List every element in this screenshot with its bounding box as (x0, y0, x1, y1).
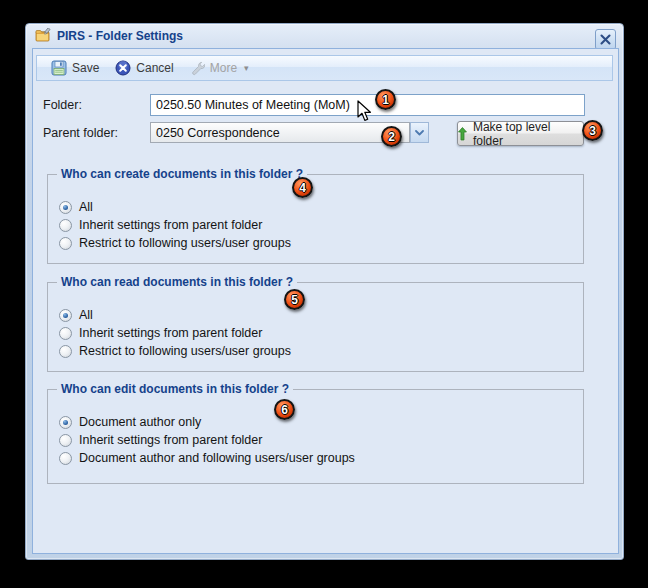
make-top-level-folder-button[interactable]: Make top level folder (457, 121, 584, 146)
radio-label[interactable]: Document author and following users/user… (79, 451, 355, 465)
annotation-marker-3: 3 (582, 120, 603, 141)
mouse-cursor (357, 100, 373, 127)
radio-button[interactable] (59, 452, 72, 465)
read-permissions-options: All Inherit settings from parent folder … (48, 283, 583, 360)
edit-permissions-options: Document author only Inherit settings fr… (48, 390, 583, 467)
blue-circle-x-icon (115, 60, 131, 76)
annotation-marker-4: 4 (292, 177, 313, 198)
more-label: More (210, 61, 237, 75)
floppy-disk-icon (51, 60, 67, 76)
radio-button[interactable] (59, 237, 72, 250)
annotation-marker-2: 2 (381, 126, 402, 147)
x-icon (600, 34, 611, 45)
green-up-arrow-icon (458, 127, 467, 141)
radio-option[interactable]: Inherit settings from parent folder (59, 431, 583, 449)
radio-option[interactable]: Document author only (59, 413, 583, 431)
parent-folder-dropdown-trigger[interactable] (410, 122, 429, 143)
make-top-level-folder-label: Make top level folder (473, 120, 583, 148)
radio-option[interactable]: Restrict to following users/user groups (59, 234, 583, 252)
radio-button[interactable] (59, 219, 72, 232)
folder-label: Folder: (43, 98, 82, 112)
parent-folder-label: Parent folder: (43, 126, 118, 140)
dialog-body: Save Cancel More ▾ Folder: Parent folder… (32, 48, 619, 554)
folder-settings-dialog: PIRS - Folder Settings Save (25, 23, 624, 560)
window-title: PIRS - Folder Settings (57, 29, 183, 43)
radio-option[interactable]: All (59, 306, 583, 324)
close-button[interactable] (595, 29, 616, 50)
radio-label[interactable]: Document author only (79, 415, 201, 429)
cancel-button[interactable]: Cancel (108, 58, 180, 78)
radio-button[interactable] (59, 434, 72, 447)
read-permissions-legend: Who can read documents in this folder ? (57, 275, 297, 289)
radio-button[interactable] (59, 416, 72, 429)
more-button[interactable]: More ▾ (183, 59, 256, 78)
edit-permissions-legend: Who can edit documents in this folder ? (57, 382, 293, 396)
create-permissions-group: Who can create documents in this folder … (47, 174, 584, 264)
save-label: Save (72, 61, 99, 75)
radio-label[interactable]: Inherit settings from parent folder (79, 433, 262, 447)
titlebar: PIRS - Folder Settings (26, 24, 623, 48)
radio-label[interactable]: Inherit settings from parent folder (79, 218, 262, 232)
chevron-down-icon: ▾ (244, 64, 249, 73)
create-permissions-options: All Inherit settings from parent folder … (48, 175, 583, 252)
radio-label[interactable]: Restrict to following users/user groups (79, 344, 291, 358)
create-permissions-legend: Who can create documents in this folder … (57, 167, 307, 181)
radio-option[interactable]: All (59, 198, 583, 216)
cancel-label: Cancel (136, 61, 173, 75)
radio-label[interactable]: Inherit settings from parent folder (79, 326, 262, 340)
annotation-marker-5: 5 (284, 289, 305, 310)
save-button[interactable]: Save (44, 58, 106, 78)
wrench-icon (190, 61, 205, 76)
radio-option[interactable]: Inherit settings from parent folder (59, 324, 583, 342)
edit-permissions-group: Who can edit documents in this folder ? … (47, 389, 584, 484)
radio-button[interactable] (59, 201, 72, 214)
radio-option[interactable]: Document author and following users/user… (59, 449, 583, 467)
radio-label[interactable]: All (79, 200, 93, 214)
radio-button[interactable] (59, 327, 72, 340)
toolbar: Save Cancel More ▾ (36, 55, 613, 81)
radio-label[interactable]: Restrict to following users/user groups (79, 236, 291, 250)
radio-button[interactable] (59, 309, 72, 322)
radio-button[interactable] (59, 345, 72, 358)
chevron-down-icon (415, 130, 424, 136)
annotation-marker-1: 1 (375, 89, 396, 110)
radio-label[interactable]: All (79, 308, 93, 322)
screen: { "window": { "title": "PIRS - Folder Se… (0, 0, 648, 588)
radio-option[interactable]: Inherit settings from parent folder (59, 216, 583, 234)
annotation-marker-6: 6 (274, 399, 295, 420)
radio-option[interactable]: Restrict to following users/user groups (59, 342, 583, 360)
read-permissions-group: Who can read documents in this folder ? … (47, 282, 584, 372)
folder-edit-icon (35, 28, 51, 44)
